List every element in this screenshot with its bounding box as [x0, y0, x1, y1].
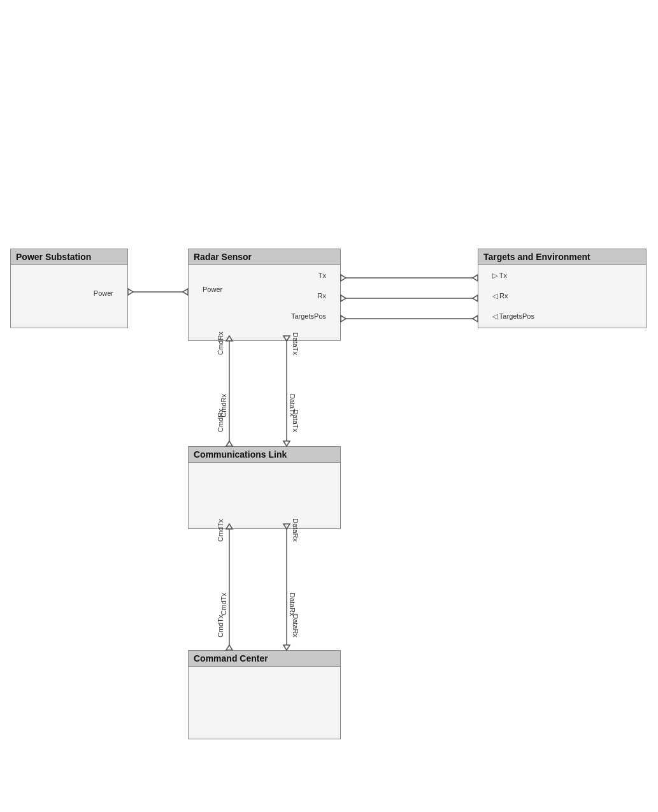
- targets-tx-port: ▷ Tx: [492, 272, 507, 280]
- radar-power-port: Power: [203, 286, 222, 293]
- cc-cmdtx-top-triangle: [226, 645, 232, 650]
- targets-environment-block: Targets and Environment ▷ Tx ◁ Rx ◁ Targ…: [478, 249, 647, 328]
- datatx-label-upper: DataTx: [289, 394, 296, 417]
- power-substation-block: Power Substation Power: [10, 249, 128, 328]
- cl-datatx-top-triangle: [283, 441, 290, 446]
- rs-rx-in-triangle: [341, 295, 346, 301]
- te-rx-out-triangle: [473, 295, 478, 301]
- radar-targetspos-port: TargetsPos: [291, 312, 326, 320]
- radar-sensor-body: Power Tx Rx TargetsPos: [189, 265, 340, 337]
- command-center-title: Command Center: [189, 651, 340, 667]
- diagram-container: Power Substation Power Radar Sensor Powe…: [0, 0, 658, 812]
- cmdrx-label-upper: CmdRx: [220, 394, 227, 417]
- radar-sensor-title: Radar Sensor: [189, 249, 340, 265]
- datatx-label-cl: DataTx: [292, 410, 299, 433]
- cmdtx-label-cc: CmdTx: [217, 614, 224, 637]
- power-substation-power-port: Power: [94, 289, 113, 297]
- rs-tx-out-triangle: [341, 275, 346, 281]
- communications-link-title: Communications Link: [189, 447, 340, 463]
- command-center-block: Command Center: [188, 650, 341, 739]
- datarx-label-lower: DataRx: [289, 593, 296, 616]
- communications-link-block: Communications Link: [188, 446, 341, 529]
- rs-power-in-triangle: [183, 289, 188, 295]
- datarx-label-cc: DataRx: [292, 614, 299, 637]
- te-targetspos-out-triangle: [473, 315, 478, 322]
- targets-rx-port: ◁ Rx: [492, 292, 508, 300]
- communications-link-body: [189, 463, 340, 525]
- cmdrx-label-cl: CmdRx: [217, 409, 224, 432]
- cc-datarx-top-triangle: [283, 645, 290, 650]
- power-substation-title: Power Substation: [11, 249, 127, 265]
- radar-rx-port: Rx: [318, 292, 326, 300]
- targets-targetspos-port: ◁ TargetsPos: [492, 312, 534, 321]
- ps-power-out-triangle: [128, 289, 133, 295]
- targets-environment-title: Targets and Environment: [478, 249, 646, 265]
- targets-environment-body: ▷ Tx ◁ Rx ◁ TargetsPos: [478, 265, 646, 324]
- power-substation-body: Power: [11, 265, 127, 324]
- te-tx-in-triangle: [473, 275, 478, 281]
- cmdtx-label-lower: CmdTx: [220, 593, 227, 616]
- radar-tx-port: Tx: [318, 272, 326, 279]
- radar-sensor-block: Radar Sensor Power Tx Rx TargetsPos: [188, 249, 341, 341]
- cl-cmdrx-top-triangle: [226, 441, 232, 446]
- rs-targetspos-in-triangle: [341, 315, 346, 322]
- command-center-body: [189, 667, 340, 736]
